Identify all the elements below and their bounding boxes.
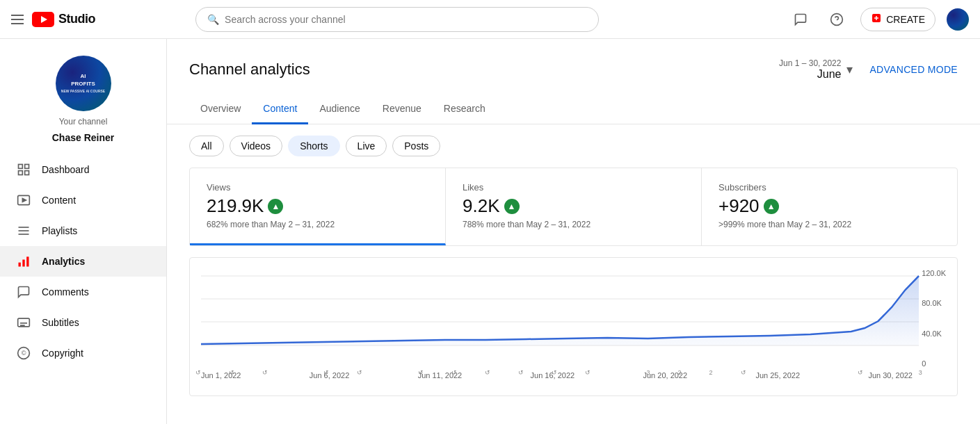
sidebar-item-analytics[interactable]: Analytics	[0, 246, 166, 277]
views-up-icon: ▲	[268, 199, 283, 214]
metric-subscribers[interactable]: Subscribers +920 ▲ >999% more than May 2…	[702, 168, 957, 245]
tab-audience[interactable]: Audience	[308, 95, 371, 124]
filter-all[interactable]: All	[189, 136, 224, 156]
create-label: CREATE	[886, 14, 925, 25]
analytics-label: Analytics	[42, 256, 85, 267]
likes-change: 788% more than May 2 – 31, 2022	[463, 220, 684, 229]
main-content: Channel analytics Jun 1 – 30, 2022 June …	[167, 39, 980, 424]
sidebar-item-content[interactable]: Content	[0, 185, 166, 215]
analytics-icon	[17, 254, 31, 268]
analytics-header: Channel analytics Jun 1 – 30, 2022 June …	[167, 39, 980, 83]
svg-marker-12	[22, 199, 26, 202]
content-label: Content	[42, 195, 76, 206]
dashboard-icon	[17, 163, 31, 177]
subtitles-icon	[17, 316, 31, 329]
metric-likes[interactable]: Likes 9.2K ▲ 788% more than May 2 – 31, …	[446, 168, 702, 245]
copyright-label: Copyright	[42, 348, 83, 359]
chart-area: 120.0K 80.0K 40.0K 0	[189, 257, 958, 396]
metric-views[interactable]: Views 219.9K ▲ 682% more than May 2 – 31…	[190, 168, 446, 245]
views-value: 219.9K ▲	[207, 195, 428, 217]
filter-row: All Videos Shorts Live Posts	[167, 124, 980, 156]
messages-icon	[794, 13, 808, 26]
chart-svg	[201, 269, 946, 366]
help-icon-btn[interactable]	[824, 7, 849, 32]
copyright-icon: ©	[17, 346, 31, 360]
search-bar[interactable]: 🔍	[195, 7, 599, 32]
y-label-40k: 40.0K	[922, 329, 946, 338]
subscribers-change: >999% more than May 2 – 31, 2022	[718, 220, 940, 229]
create-button[interactable]: CREATE	[860, 8, 935, 31]
content-tabs: Overview Content Audience Revenue Resear…	[167, 95, 980, 124]
metrics-row: Views 219.9K ▲ 682% more than May 2 – 31…	[189, 168, 958, 246]
svg-rect-16	[19, 263, 21, 267]
date-range-text: Jun 1 – 30, 2022 June	[779, 58, 841, 81]
nav-right: CREATE	[788, 7, 969, 32]
sidebar-item-comments[interactable]: Comments	[0, 277, 166, 307]
date-main: June	[779, 68, 841, 81]
likes-label: Likes	[463, 182, 684, 193]
filter-posts[interactable]: Posts	[392, 136, 440, 156]
create-plus-icon	[871, 13, 882, 26]
search-icon: 🔍	[207, 14, 219, 25]
user-avatar[interactable]	[947, 8, 969, 31]
hamburger-menu[interactable]	[11, 15, 24, 24]
content-icon	[17, 193, 31, 207]
subscribers-value: +920 ▲	[718, 195, 940, 217]
dashboard-label: Dashboard	[42, 164, 90, 175]
views-label: Views	[207, 182, 428, 193]
svg-rect-17	[22, 260, 24, 267]
tab-overview[interactable]: Overview	[189, 95, 252, 124]
date-sub: Jun 1 – 30, 2022	[779, 58, 841, 68]
chart-markers: ↺↺↺↺↺ ↺↺↺↺↺ ↺322↺ ↺3	[195, 369, 922, 376]
sidebar-item-dashboard[interactable]: Dashboard	[0, 154, 166, 185]
subtitles-label: Subtitles	[42, 317, 79, 328]
filter-shorts[interactable]: Shorts	[288, 136, 339, 156]
tab-content[interactable]: Content	[252, 95, 308, 124]
svg-rect-18	[26, 256, 29, 266]
views-change: 682% more than May 2 – 31, 2022	[207, 220, 428, 229]
filter-live[interactable]: Live	[346, 136, 387, 156]
comments-icon	[17, 285, 31, 299]
svg-rect-8	[25, 165, 29, 169]
help-icon	[830, 13, 844, 26]
channel-profile: AIPROFITS NEW PASSIVE AI COURSE Your cha…	[0, 44, 166, 154]
sidebar-item-playlists[interactable]: Playlists	[0, 215, 166, 246]
svg-rect-7	[19, 165, 23, 169]
date-range-selector[interactable]: Jun 1 – 30, 2022 June ▾	[779, 56, 853, 83]
comments-label: Comments	[42, 286, 89, 297]
tab-revenue[interactable]: Revenue	[371, 95, 433, 124]
page-title: Channel analytics	[189, 60, 310, 79]
y-label-0: 0	[922, 359, 946, 368]
svg-text:©: ©	[22, 350, 26, 357]
advanced-mode-button[interactable]: ADVANCED MODE	[869, 64, 958, 75]
likes-value: 9.2K ▲	[463, 195, 684, 217]
svg-rect-10	[25, 171, 29, 175]
sidebar-nav: Dashboard Content Playlists	[0, 154, 166, 368]
y-label-80k: 80.0K	[922, 299, 946, 307]
app-layout: AIPROFITS NEW PASSIVE AI COURSE Your cha…	[0, 0, 980, 424]
likes-up-icon: ▲	[504, 199, 520, 214]
subscribers-up-icon: ▲	[764, 199, 779, 214]
search-input[interactable]	[225, 14, 587, 25]
nav-left: Studio	[11, 12, 95, 27]
logo[interactable]: Studio	[32, 12, 95, 27]
logo-text: Studio	[58, 12, 95, 26]
sidebar: AIPROFITS NEW PASSIVE AI COURSE Your cha…	[0, 39, 167, 424]
svg-rect-9	[19, 171, 23, 175]
sidebar-item-copyright[interactable]: © Copyright	[0, 338, 166, 368]
top-nav: Studio 🔍 CREATE	[0, 0, 980, 39]
chart-y-labels: 120.0K 80.0K 40.0K 0	[922, 269, 946, 368]
subscribers-label: Subscribers	[718, 182, 940, 193]
y-label-120k: 120.0K	[922, 269, 946, 277]
channel-name: Chase Reiner	[52, 132, 114, 143]
playlists-label: Playlists	[42, 225, 77, 236]
playlists-icon	[17, 224, 31, 238]
your-channel-label: Your channel	[59, 117, 108, 127]
date-dropdown-icon[interactable]: ▾	[846, 62, 853, 77]
sidebar-item-subtitles[interactable]: Subtitles	[0, 307, 166, 338]
filter-videos[interactable]: Videos	[230, 136, 283, 156]
youtube-icon	[32, 12, 54, 27]
channel-avatar[interactable]: AIPROFITS NEW PASSIVE AI COURSE	[56, 56, 111, 111]
tab-research[interactable]: Research	[433, 95, 497, 124]
messages-icon-btn[interactable]	[788, 7, 813, 32]
